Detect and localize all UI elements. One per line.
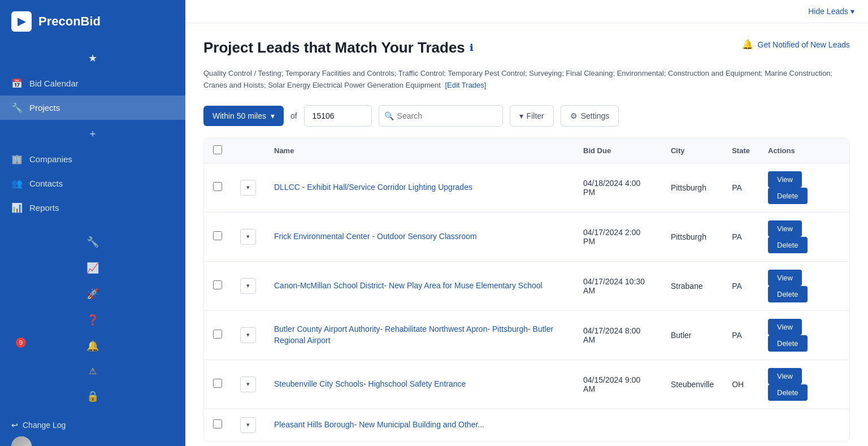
page-title-text: Project Leads that Match Your Trades [203,39,465,57]
sidebar-item-lock[interactable]: 🔒 [0,383,185,409]
settings-button[interactable]: ⚙ Settings [561,105,619,127]
header-checkbox-col [204,138,231,163]
delete-button[interactable]: Delete [768,286,808,302]
view-button[interactable]: View [768,220,802,237]
view-button[interactable]: View [768,171,802,188]
sidebar-item-analytics[interactable]: 📈 [0,255,185,281]
avatar[interactable] [11,436,32,446]
leads-table: Name Bid Due City State Actions [204,138,849,441]
row-expand-cell: ▾ [231,261,265,310]
main-content: Hide Leads ▾ Project Leads that Match Yo… [185,0,868,446]
sidebar-item-bid-calendar[interactable]: 📅 Bid Calendar [0,71,185,96]
row-name-link[interactable]: DLLCC - Exhibit Hall/Service Corridor Li… [274,183,472,192]
sidebar-item-add[interactable]: ＋ [0,120,185,147]
change-log-icon: ↩ [11,421,18,430]
table-row: ▾ DLLCC - Exhibit Hall/Service Corridor … [204,163,849,212]
sidebar-item-tool[interactable]: 🔧 [0,229,185,255]
hide-leads-button[interactable]: Hide Leads ▾ [808,7,854,16]
row-expand-button[interactable]: ▾ [240,327,256,343]
sidebar-item-warning[interactable]: ⚠ [0,359,185,383]
row-state-cell [723,409,759,441]
sidebar-item-help[interactable]: ❓ [0,307,185,333]
row-bid-due-cell: 04/17/2024 10:30 AM [574,261,662,310]
search-input[interactable] [379,105,503,127]
view-button[interactable]: View [768,368,802,384]
calendar-icon: 📅 [11,78,23,89]
sidebar-footer: ↩ Change Log v2.28.1 [0,414,185,446]
sidebar-item-label: Projects [29,103,60,112]
hide-leads-label: Hide Leads [808,7,848,16]
sidebar-item-companies[interactable]: 🏢 Companies [0,147,185,171]
filter-button[interactable]: ▾ Filter [510,105,554,127]
row-bid-due-cell: 04/15/2024 9:00 AM [574,360,662,409]
zip-input[interactable] [304,105,372,127]
row-checkbox[interactable] [213,379,222,388]
row-city-cell [662,409,723,441]
table-header-row: Name Bid Due City State Actions [204,138,849,163]
sidebar-item-label: Companies [29,154,72,164]
sidebar-item-favorites[interactable]: ★ [0,45,185,71]
select-all-checkbox[interactable] [213,145,222,154]
table-row: ▾ Butler County Airport Authority- Rehab… [204,310,849,360]
settings-icon: ⚙ [570,111,578,120]
delete-button[interactable]: Delete [768,188,808,204]
row-checkbox-cell [204,212,231,261]
notify-bell-icon: 🔔 [742,39,753,50]
row-city-cell: Butler [662,310,723,360]
row-actions-cell: ViewDelete [759,360,849,409]
contacts-icon: 👥 [11,178,23,189]
header-expand-col [231,138,265,163]
edit-trades-link[interactable]: [Edit Trades] [445,81,486,89]
plus-icon: ＋ [88,127,98,140]
distance-label: Within 50 miles [212,111,266,120]
search-icon: 🔍 [384,111,394,120]
row-checkbox[interactable] [213,280,222,289]
row-name-link[interactable]: Pleasant Hills Borough- New Municipal Bu… [274,420,484,429]
distance-filter-button[interactable]: Within 50 miles ▾ [203,106,284,126]
topbar: Hide Leads ▾ [185,0,868,23]
row-city-cell: Steubenville [662,360,723,409]
row-expand-button[interactable]: ▾ [240,417,256,433]
row-checkbox-cell [204,360,231,409]
row-name-cell: Steubenville City Schools- Highschool Sa… [265,360,574,409]
settings-label: Settings [581,111,610,120]
row-checkbox[interactable] [213,419,222,428]
view-button[interactable]: View [768,270,802,286]
row-checkbox[interactable] [213,330,222,339]
delete-button[interactable]: Delete [768,237,808,253]
row-expand-button[interactable]: ▾ [240,376,256,392]
row-checkbox-cell [204,163,231,212]
sidebar-item-notifications[interactable]: 🔔 9 [0,333,185,359]
info-icon[interactable]: ℹ [470,42,473,53]
sidebar-item-reports[interactable]: 📊 Reports [0,196,185,220]
row-bid-due-cell: 04/17/2024 8:00 AM [574,310,662,360]
row-expand-button[interactable]: ▾ [240,278,256,294]
sidebar-item-contacts[interactable]: 👥 Contacts [0,171,185,196]
change-log-item[interactable]: ↩ Change Log [11,421,174,430]
row-expand-button[interactable]: ▾ [240,229,256,245]
row-checkbox[interactable] [213,231,222,240]
row-name-link[interactable]: Canon-McMillan School District- New Play… [274,281,542,290]
row-checkbox-cell [204,409,231,441]
row-actions-cell [759,409,849,441]
row-city-cell: Pittsburgh [662,212,723,261]
notify-button[interactable]: 🔔 Get Notified of New Leads [742,39,850,50]
row-expand-button[interactable]: ▾ [240,180,256,196]
row-name-link[interactable]: Butler County Airport Authority- Rehabil… [274,324,553,345]
table-row: ▾ Canon-McMillan School District- New Pl… [204,261,849,310]
chart-icon: 📊 [11,202,23,213]
delete-button[interactable]: Delete [768,384,808,401]
row-state-cell: PA [723,310,759,360]
row-city-cell: Strabane [662,261,723,310]
sidebar-item-rocket[interactable]: 🚀 [0,281,185,307]
row-name-link[interactable]: Steubenville City Schools- Highschool Sa… [274,379,466,388]
row-name-cell: Butler County Airport Authority- Rehabil… [265,310,574,360]
row-name-link[interactable]: Frick Environmental Center - Outdoor Sen… [274,232,477,241]
delete-button[interactable]: Delete [768,335,808,352]
row-checkbox[interactable] [213,182,222,191]
bell-icon: 🔔 [86,340,99,352]
sidebar-item-projects[interactable]: 🔧 Projects [0,96,185,120]
view-button[interactable]: View [768,319,802,335]
sidebar-header: ▶ PreconBid [0,0,185,41]
row-expand-cell: ▾ [231,409,265,441]
